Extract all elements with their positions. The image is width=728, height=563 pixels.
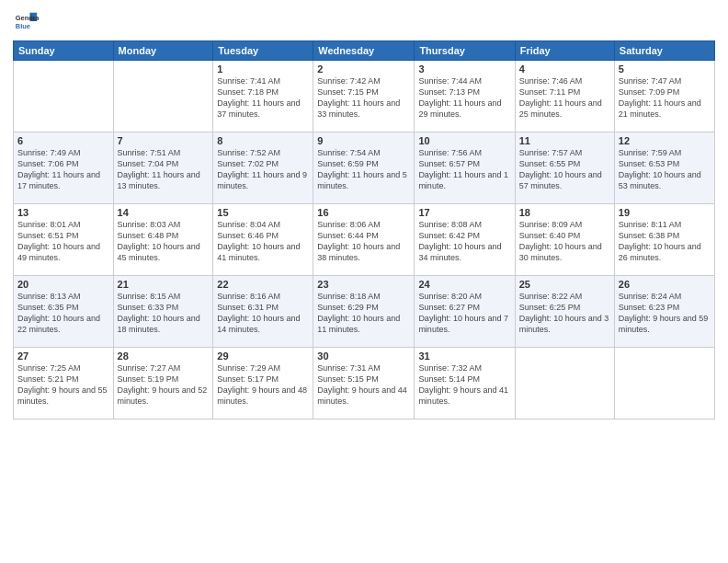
day-number: 2: [317, 63, 410, 75]
calendar-table: SundayMondayTuesdayWednesdayThursdayFrid…: [13, 40, 715, 419]
day-number: 20: [17, 279, 109, 290]
day-cell: 30Sunrise: 7:31 AM Sunset: 5:15 PM Dayli…: [313, 348, 415, 419]
day-info: Sunrise: 7:59 AM Sunset: 6:53 PM Dayligh…: [619, 147, 711, 192]
header-cell-monday: Monday: [113, 41, 213, 61]
day-cell: 28Sunrise: 7:27 AM Sunset: 5:19 PM Dayli…: [113, 348, 213, 419]
header-cell-sunday: Sunday: [14, 41, 114, 61]
day-info: Sunrise: 7:25 AM Sunset: 5:21 PM Dayligh…: [17, 362, 109, 408]
day-cell: [14, 61, 114, 132]
day-cell: 7Sunrise: 7:51 AM Sunset: 7:04 PM Daylig…: [113, 132, 213, 204]
day-number: 19: [619, 207, 711, 218]
day-number: 31: [418, 350, 510, 362]
day-cell: 10Sunrise: 7:56 AM Sunset: 6:57 PM Dayli…: [415, 132, 515, 204]
day-cell: 25Sunrise: 8:22 AM Sunset: 6:25 PM Dayli…: [515, 276, 614, 348]
header-cell-tuesday: Tuesday: [213, 41, 313, 61]
day-info: Sunrise: 8:04 AM Sunset: 6:46 PM Dayligh…: [217, 219, 309, 264]
day-cell: 23Sunrise: 8:18 AM Sunset: 6:29 PM Dayli…: [313, 276, 415, 348]
day-cell: 21Sunrise: 8:15 AM Sunset: 6:33 PM Dayli…: [113, 276, 213, 348]
day-number: 27: [17, 350, 109, 362]
day-number: 6: [17, 135, 109, 146]
day-info: Sunrise: 7:32 AM Sunset: 5:14 PM Dayligh…: [418, 362, 510, 408]
day-info: Sunrise: 7:54 AM Sunset: 6:59 PM Dayligh…: [317, 147, 410, 192]
day-cell: 29Sunrise: 7:29 AM Sunset: 5:17 PM Dayli…: [213, 348, 313, 419]
week-row-2: 6Sunrise: 7:49 AM Sunset: 7:06 PM Daylig…: [14, 132, 715, 204]
day-number: 10: [418, 135, 510, 146]
day-cell: 4Sunrise: 7:46 AM Sunset: 7:11 PM Daylig…: [515, 61, 614, 132]
day-cell: [113, 61, 213, 132]
day-cell: 26Sunrise: 8:24 AM Sunset: 6:23 PM Dayli…: [614, 276, 714, 348]
day-info: Sunrise: 8:11 AM Sunset: 6:38 PM Dayligh…: [619, 219, 711, 264]
day-number: 11: [519, 135, 610, 146]
day-cell: 14Sunrise: 8:03 AM Sunset: 6:48 PM Dayli…: [113, 204, 213, 276]
day-number: 29: [217, 350, 309, 362]
calendar-header: SundayMondayTuesdayWednesdayThursdayFrid…: [14, 41, 715, 61]
day-number: 30: [317, 350, 410, 362]
day-number: 4: [519, 63, 610, 75]
day-info: Sunrise: 8:06 AM Sunset: 6:44 PM Dayligh…: [317, 219, 410, 264]
page-header: General Blue: [13, 9, 715, 35]
day-cell: 6Sunrise: 7:49 AM Sunset: 7:06 PM Daylig…: [14, 132, 114, 204]
day-cell: 12Sunrise: 7:59 AM Sunset: 6:53 PM Dayli…: [614, 132, 714, 204]
logo-icon: General Blue: [13, 9, 39, 35]
week-row-4: 20Sunrise: 8:13 AM Sunset: 6:35 PM Dayli…: [14, 276, 715, 348]
calendar-body: 1Sunrise: 7:41 AM Sunset: 7:18 PM Daylig…: [14, 61, 715, 419]
day-info: Sunrise: 8:01 AM Sunset: 6:51 PM Dayligh…: [17, 219, 109, 264]
day-info: Sunrise: 7:56 AM Sunset: 6:57 PM Dayligh…: [418, 147, 510, 192]
day-number: 1: [217, 63, 309, 75]
day-info: Sunrise: 7:49 AM Sunset: 7:06 PM Dayligh…: [17, 147, 109, 192]
day-info: Sunrise: 7:29 AM Sunset: 5:17 PM Dayligh…: [217, 362, 309, 408]
day-cell: 3Sunrise: 7:44 AM Sunset: 7:13 PM Daylig…: [415, 61, 515, 132]
day-number: 5: [619, 63, 711, 75]
day-info: Sunrise: 8:16 AM Sunset: 6:31 PM Dayligh…: [217, 291, 309, 336]
day-cell: 24Sunrise: 8:20 AM Sunset: 6:27 PM Dayli…: [415, 276, 515, 348]
day-number: 24: [418, 279, 510, 290]
header-cell-wednesday: Wednesday: [313, 41, 415, 61]
day-number: 21: [118, 279, 210, 290]
day-cell: 15Sunrise: 8:04 AM Sunset: 6:46 PM Dayli…: [213, 204, 313, 276]
day-info: Sunrise: 7:47 AM Sunset: 7:09 PM Dayligh…: [619, 75, 711, 121]
header-cell-thursday: Thursday: [415, 41, 515, 61]
day-info: Sunrise: 8:08 AM Sunset: 6:42 PM Dayligh…: [418, 219, 510, 264]
week-row-5: 27Sunrise: 7:25 AM Sunset: 5:21 PM Dayli…: [14, 348, 715, 419]
day-cell: 18Sunrise: 8:09 AM Sunset: 6:40 PM Dayli…: [515, 204, 614, 276]
day-info: Sunrise: 7:31 AM Sunset: 5:15 PM Dayligh…: [317, 362, 410, 408]
day-number: 17: [418, 207, 510, 218]
day-number: 15: [217, 207, 309, 218]
day-info: Sunrise: 8:09 AM Sunset: 6:40 PM Dayligh…: [519, 219, 610, 264]
day-number: 8: [217, 135, 309, 146]
day-info: Sunrise: 7:42 AM Sunset: 7:15 PM Dayligh…: [317, 75, 410, 121]
day-cell: 27Sunrise: 7:25 AM Sunset: 5:21 PM Dayli…: [14, 348, 114, 419]
day-number: 7: [118, 135, 210, 146]
day-cell: 19Sunrise: 8:11 AM Sunset: 6:38 PM Dayli…: [614, 204, 714, 276]
day-cell: 8Sunrise: 7:52 AM Sunset: 7:02 PM Daylig…: [213, 132, 313, 204]
day-number: 28: [118, 350, 210, 362]
day-number: 22: [217, 279, 309, 290]
day-cell: 5Sunrise: 7:47 AM Sunset: 7:09 PM Daylig…: [614, 61, 714, 132]
day-cell: [614, 348, 714, 419]
day-number: 18: [519, 207, 610, 218]
header-row: SundayMondayTuesdayWednesdayThursdayFrid…: [14, 41, 715, 61]
day-info: Sunrise: 7:27 AM Sunset: 5:19 PM Dayligh…: [118, 362, 210, 408]
day-cell: [515, 348, 614, 419]
day-number: 3: [418, 63, 510, 75]
day-cell: 20Sunrise: 8:13 AM Sunset: 6:35 PM Dayli…: [14, 276, 114, 348]
day-number: 12: [619, 135, 711, 146]
day-cell: 22Sunrise: 8:16 AM Sunset: 6:31 PM Dayli…: [213, 276, 313, 348]
day-cell: 2Sunrise: 7:42 AM Sunset: 7:15 PM Daylig…: [313, 61, 415, 132]
day-info: Sunrise: 8:24 AM Sunset: 6:23 PM Dayligh…: [619, 291, 711, 336]
day-number: 14: [118, 207, 210, 218]
day-number: 26: [619, 279, 711, 290]
day-info: Sunrise: 8:13 AM Sunset: 6:35 PM Dayligh…: [17, 291, 109, 336]
header-cell-friday: Friday: [515, 41, 614, 61]
header-cell-saturday: Saturday: [614, 41, 714, 61]
day-cell: 31Sunrise: 7:32 AM Sunset: 5:14 PM Dayli…: [415, 348, 515, 419]
logo: General Blue: [13, 9, 40, 35]
day-cell: 1Sunrise: 7:41 AM Sunset: 7:18 PM Daylig…: [213, 61, 313, 132]
svg-text:General: General: [16, 14, 39, 22]
day-number: 13: [17, 207, 109, 218]
page-container: General Blue SundayMondayTuesdayWednesda…: [0, 0, 728, 429]
day-cell: 9Sunrise: 7:54 AM Sunset: 6:59 PM Daylig…: [313, 132, 415, 204]
day-info: Sunrise: 8:03 AM Sunset: 6:48 PM Dayligh…: [118, 219, 210, 264]
day-info: Sunrise: 7:51 AM Sunset: 7:04 PM Dayligh…: [118, 147, 210, 192]
day-info: Sunrise: 7:52 AM Sunset: 7:02 PM Dayligh…: [217, 147, 309, 192]
